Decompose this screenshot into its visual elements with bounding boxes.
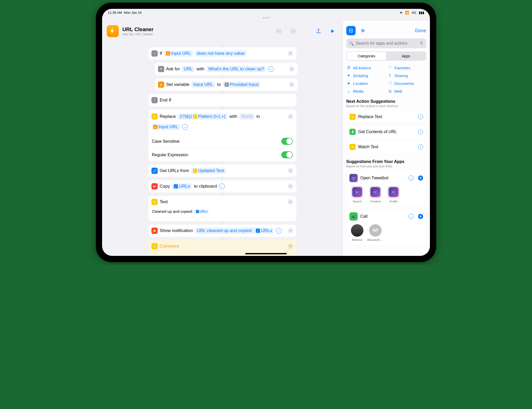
delete-action-button[interactable]: ✕ xyxy=(289,82,295,87)
category-sharing[interactable]: ⇪Sharing xyxy=(388,73,426,78)
setvar-to: to xyxy=(217,82,221,87)
branch-icon xyxy=(151,50,158,57)
next-suggestions-subtitle: Based on the actions in your shortcut. xyxy=(346,104,426,108)
delete-action-button[interactable]: ✕ xyxy=(289,66,295,72)
delete-action-button[interactable]: ✕ xyxy=(288,199,293,205)
shortcut-title[interactable]: URL Cleaner xyxy=(122,26,154,32)
action-show-notification[interactable]: 🔔 Show notification URL cleaned up and c… xyxy=(148,224,296,237)
copy-to: to clipboard xyxy=(194,184,217,189)
redo-button[interactable] xyxy=(288,26,298,36)
comment-icon: ≡ xyxy=(151,243,158,249)
ask-prompt[interactable]: What's the URL to clean up? xyxy=(207,66,266,72)
suggestion-replace-text[interactable]: ≡ Replace Text i xyxy=(346,111,426,123)
search-input[interactable] xyxy=(356,41,418,46)
tweetbot-search[interactable]: 🐦Search xyxy=(349,186,365,203)
text-field[interactable]: Cleaned up and copied: 🔗URLs xyxy=(148,208,296,221)
replace-in-kw: in xyxy=(256,114,260,119)
regex-toggle[interactable] xyxy=(281,151,293,158)
delete-action-button[interactable]: ✕ xyxy=(288,228,293,234)
geturls-source[interactable]: ≡Updated Text xyxy=(191,168,226,174)
action-if[interactable]: If xInput URL does not have any value ✕ xyxy=(148,47,296,60)
status-bar: 11:36 AM Mon Jan 24 ➤ 📶 4G ▮▮▮ xyxy=(102,9,430,16)
delete-action-button[interactable]: ✕ xyxy=(288,243,293,249)
app-suggestions-subtitle: Based on how you use your iPad. xyxy=(346,165,426,168)
ask-type[interactable]: URL xyxy=(182,66,194,72)
add-button[interactable]: + xyxy=(418,214,423,219)
copy-var[interactable]: 🔗URLs xyxy=(172,183,192,189)
suggestion-get-contents-of-url[interactable]: ⬇ Get Contents of URL i xyxy=(346,126,426,138)
info-button[interactable]: i xyxy=(409,214,414,219)
library-tab[interactable] xyxy=(346,26,356,35)
setvar-name[interactable]: Input URL xyxy=(191,81,215,88)
action-replace-text[interactable]: ≡ Replace (\?|&)(≡ Pattern )\=(.+) with … xyxy=(148,110,296,161)
replace-find-field[interactable]: (\?|&)(≡ Pattern )\=(.+) xyxy=(178,113,227,120)
question-icon: ? xyxy=(158,66,164,72)
segment-apps[interactable]: Apps xyxy=(386,52,426,60)
category-media[interactable]: ♪Media xyxy=(346,89,385,93)
replace-source[interactable]: xInput URL xyxy=(151,124,180,130)
multitask-dots[interactable] xyxy=(263,17,269,18)
svg-point-5 xyxy=(362,31,363,32)
info-button[interactable]: i xyxy=(418,129,423,134)
suggestion-label: Open Tweetbot xyxy=(360,176,388,180)
info-button[interactable]: i xyxy=(418,114,423,119)
text-label: Text xyxy=(160,199,168,204)
actions-canvas[interactable]: If xInput URL does not have any value ✕ … xyxy=(102,42,342,256)
action-ask-for-input[interactable]: ? Ask for URL with What's the URL to cle… xyxy=(155,63,298,75)
expand-button[interactable]: ⌄ xyxy=(182,124,188,130)
shortcut-icon[interactable] xyxy=(107,25,119,37)
notif-body[interactable]: URL cleaned up and copied: 🔗URLs xyxy=(195,228,274,234)
call-contact-alessandro[interactable]: APAlessandro… xyxy=(368,224,383,241)
action-end-if[interactable]: End If xyxy=(148,94,296,106)
call-contact-mamma[interactable]: Mamma xyxy=(349,224,365,241)
undo-button[interactable] xyxy=(274,26,284,36)
notification-icon: 🔔 xyxy=(151,228,158,234)
settings-tab[interactable] xyxy=(358,26,368,35)
action-get-urls[interactable]: 🔗 Get URLs from ≡Updated Text ✕ xyxy=(148,165,296,177)
svg-point-4 xyxy=(363,30,364,31)
add-button[interactable]: + xyxy=(418,175,423,181)
tweetbot-timeline[interactable]: 🐦Timeline xyxy=(368,186,383,203)
if-variable[interactable]: xInput URL xyxy=(164,50,193,57)
app-suggestion-tweetbot: 🐦 Open Tweetbot i + 🐦Search 🐦Timeline 🐦P… xyxy=(346,171,426,207)
delete-action-button[interactable]: ✕ xyxy=(288,168,293,174)
action-set-variable[interactable]: x Set variable Input URL to ?Provided In… xyxy=(155,78,298,91)
ask-with: with xyxy=(196,66,204,72)
library-segment[interactable]: Categories Apps xyxy=(346,51,426,61)
category-favorites[interactable]: ♡Favorites xyxy=(388,65,426,70)
network-label: 4G xyxy=(412,11,416,15)
clipboard-icon: ✄ xyxy=(151,183,158,189)
category-all-actions[interactable]: ☰All Actions xyxy=(346,65,385,70)
dictation-icon[interactable]: 🎙 xyxy=(420,41,424,46)
search-field[interactable]: 🔍 🎙 xyxy=(346,38,426,48)
action-copy-to-clipboard[interactable]: ✄ Copy 🔗URLs to clipboard › ✕ xyxy=(148,180,296,193)
run-button[interactable] xyxy=(327,26,338,36)
category-documents[interactable]: 📄Documents xyxy=(388,81,426,86)
disclosure-button[interactable]: › xyxy=(268,66,274,72)
info-button[interactable]: i xyxy=(409,175,414,181)
done-button[interactable]: Done xyxy=(415,28,426,33)
delete-action-button[interactable]: ✕ xyxy=(288,51,293,56)
category-web[interactable]: ◎Web xyxy=(388,89,426,93)
if-condition[interactable]: does not have any value xyxy=(195,50,247,57)
setvar-value[interactable]: ?Provided Input xyxy=(223,81,260,88)
tweetbot-profile[interactable]: 🐦Profile xyxy=(386,186,401,203)
replace-with-field[interactable]: World xyxy=(239,113,254,120)
case-sensitive-toggle[interactable] xyxy=(281,138,293,145)
action-text[interactable]: ≡ Text ✕ Cleaned up and copied: 🔗URLs xyxy=(148,196,296,221)
replace-with-kw: with xyxy=(229,114,237,119)
delete-action-button[interactable]: ✕ xyxy=(288,183,293,189)
share-button[interactable] xyxy=(313,26,324,36)
delete-action-button[interactable]: ✕ xyxy=(288,114,293,119)
info-button[interactable]: i xyxy=(418,144,423,149)
home-indicator[interactable] xyxy=(245,253,287,254)
suggestion-match-text[interactable]: ≡ Match Text i xyxy=(346,141,426,153)
shortcut-subtitle: Hey Siri, URL Cleaner xyxy=(122,32,154,36)
disclosure-button[interactable]: › xyxy=(276,228,282,234)
status-time: 11:36 AM xyxy=(108,11,122,15)
segment-categories[interactable]: Categories xyxy=(347,52,386,60)
category-scripting[interactable]: ✦Scripting xyxy=(346,73,385,78)
disclosure-button[interactable]: › xyxy=(219,183,225,189)
replace-label: Replace xyxy=(160,114,176,119)
category-location[interactable]: ➤Location xyxy=(346,81,385,86)
